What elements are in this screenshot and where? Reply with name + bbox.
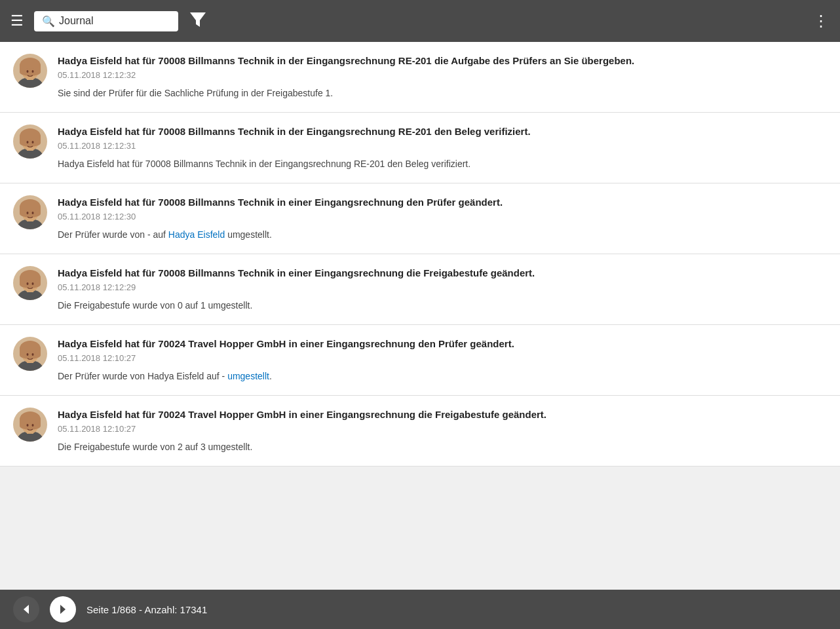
entry-time: 05.11.2018 12:12:29 <box>58 282 827 292</box>
entry-text: Der Prüfer wurde von Hadya Eisfeld auf -… <box>58 370 827 383</box>
entry-body: Hadya Eisfeld hat für 70008 Billmanns Te… <box>58 266 827 313</box>
svg-point-38 <box>20 351 41 359</box>
entry-text: Die Freigabestufe wurde von 2 auf 3 umge… <box>58 440 827 454</box>
entry-body: Hadya Eisfeld hat für 70008 Billmanns Te… <box>58 54 827 100</box>
app-header: ☰ 🔍 ⋮ <box>0 0 840 42</box>
search-input[interactable] <box>59 15 164 27</box>
entry-body: Hadya Eisfeld hat für 70024 Travel Hoppe… <box>58 408 827 454</box>
entry-body: Hadya Eisfeld hat für 70008 Billmanns Te… <box>58 124 827 171</box>
entry-time: 05.11.2018 12:10:27 <box>58 424 827 434</box>
entry-time: 05.11.2018 12:12:30 <box>58 212 827 221</box>
svg-point-23 <box>27 212 29 214</box>
list-item: Hadya Eisfeld hat für 70024 Travel Hoppe… <box>0 396 840 467</box>
svg-marker-0 <box>190 12 206 27</box>
list-item: Hadya Eisfeld hat für 70008 Billmanns Te… <box>0 183 840 254</box>
svg-point-48 <box>32 424 34 427</box>
avatar <box>13 195 47 229</box>
svg-marker-50 <box>60 605 66 614</box>
prev-page-button[interactable] <box>13 596 39 622</box>
svg-point-14 <box>20 139 41 147</box>
more-options-icon[interactable]: ⋮ <box>813 12 830 30</box>
svg-marker-49 <box>24 605 29 614</box>
entry-title: Hadya Eisfeld hat für 70008 Billmanns Te… <box>58 195 827 209</box>
entry-link[interactable]: umgestellt <box>227 371 269 381</box>
entry-text: Sie sind der Prüfer für die Sachliche Pr… <box>58 86 827 100</box>
svg-point-39 <box>27 353 29 356</box>
entry-title: Hadya Eisfeld hat für 70008 Billmanns Te… <box>58 54 827 67</box>
list-item: Hadya Eisfeld hat für 70008 Billmanns Te… <box>0 42 840 113</box>
svg-point-47 <box>27 424 29 427</box>
entry-time: 05.11.2018 12:12:32 <box>58 70 827 80</box>
entry-body: Hadya Eisfeld hat für 70024 Travel Hoppe… <box>58 337 827 383</box>
entry-title: Hadya Eisfeld hat für 70008 Billmanns Te… <box>58 124 827 138</box>
entry-title: Hadya Eisfeld hat für 70024 Travel Hoppe… <box>58 408 827 421</box>
svg-point-22 <box>20 210 41 218</box>
svg-point-15 <box>27 141 29 143</box>
entry-title: Hadya Eisfeld hat für 70008 Billmanns Te… <box>58 266 827 280</box>
page-info: Seite 1/868 - Anzahl: 17341 <box>86 604 207 615</box>
journal-list: Hadya Eisfeld hat für 70008 Billmanns Te… <box>0 42 840 590</box>
hamburger-icon[interactable]: ☰ <box>10 14 24 28</box>
pagination-footer: Seite 1/868 - Anzahl: 17341 <box>0 590 840 629</box>
entry-time: 05.11.2018 12:10:27 <box>58 353 827 363</box>
search-box: 🔍 <box>34 11 178 31</box>
svg-point-7 <box>27 70 29 73</box>
svg-point-32 <box>32 282 34 285</box>
avatar <box>13 408 47 442</box>
svg-point-31 <box>27 282 29 285</box>
list-item: Hadya Eisfeld hat für 70024 Travel Hoppe… <box>0 325 840 396</box>
avatar <box>13 124 47 159</box>
entry-body: Hadya Eisfeld hat für 70008 Billmanns Te… <box>58 195 827 242</box>
svg-point-6 <box>20 68 41 76</box>
list-item: Hadya Eisfeld hat für 70008 Billmanns Te… <box>0 254 840 325</box>
svg-point-8 <box>32 70 34 73</box>
entry-text: Hadya Eisfeld hat für 70008 Billmanns Te… <box>58 157 827 171</box>
svg-point-30 <box>20 280 41 288</box>
entry-text: Die Freigabestufe wurde von 0 auf 1 umge… <box>58 299 827 313</box>
entry-link[interactable]: Hadya Eisfeld <box>168 229 225 240</box>
avatar <box>13 266 47 300</box>
svg-point-24 <box>32 212 34 214</box>
filter-icon[interactable] <box>189 10 207 32</box>
avatar <box>13 337 47 371</box>
search-icon: 🔍 <box>42 15 55 28</box>
entry-title: Hadya Eisfeld hat für 70024 Travel Hoppe… <box>58 337 827 351</box>
svg-point-46 <box>20 422 41 430</box>
avatar <box>13 54 47 88</box>
list-item: Hadya Eisfeld hat für 70008 Billmanns Te… <box>0 113 840 183</box>
entry-time: 05.11.2018 12:12:31 <box>58 141 827 151</box>
entry-text: Der Prüfer wurde von - auf Hadya Eisfeld… <box>58 228 827 242</box>
next-page-button[interactable] <box>50 596 76 622</box>
svg-point-16 <box>32 141 34 143</box>
svg-point-40 <box>32 353 34 356</box>
